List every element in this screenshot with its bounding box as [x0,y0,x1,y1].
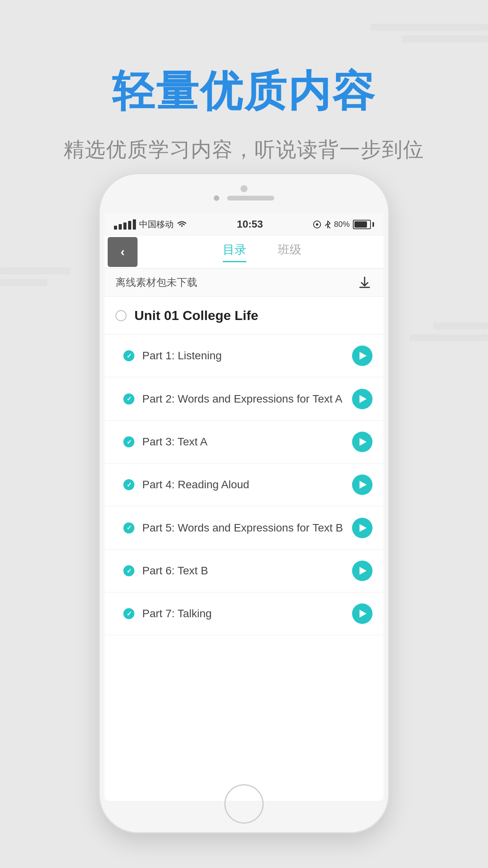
phone-camera [240,185,248,192]
status-bar: 中国移动 10:53 [105,213,383,235]
play-icon [360,524,367,532]
unit-header: Unit 01 College Life [105,297,383,335]
part-item[interactable]: ✓ Part 2: Words and Expressions for Text… [105,377,383,421]
part-name: Part 5: Words and Expressions for Text B [142,520,344,535]
tab-catalog[interactable]: 目录 [223,242,246,262]
unit-title: Unit 01 College Life [134,308,259,323]
phone-screen: 中国移动 10:53 [105,213,383,801]
checkmark: ✓ [127,438,132,446]
unit-circle-icon [116,310,127,321]
checkmark: ✓ [127,524,132,531]
part-item[interactable]: ✓ Part 5: Words and Expressions for Text… [105,506,383,550]
back-button[interactable]: ‹ [108,237,138,267]
check-icon: ✓ [123,522,134,533]
nav-bar: ‹ 目录 班级 [105,235,383,268]
download-bar: 离线素材包未下载 [105,268,383,297]
part-name: Part 1: Listening [142,348,344,363]
checkmark: ✓ [127,481,132,489]
carrier-name: 中国移动 [139,219,174,230]
part-name: Part 2: Words and Expressions for Text A [142,391,344,406]
part-name: Part 3: Text A [142,434,344,449]
part-name: Part 6: Text B [142,563,344,578]
checkmark: ✓ [127,352,132,360]
signal-icon [114,219,136,230]
check-icon: ✓ [123,479,134,490]
play-icon [360,438,367,446]
play-button[interactable] [352,474,372,495]
checkmark: ✓ [127,395,132,403]
play-icon [360,610,367,618]
play-button[interactable] [352,603,372,624]
check-icon: ✓ [123,350,134,361]
checkmark: ✓ [127,567,132,575]
main-title: 轻量优质内容 [0,63,488,120]
play-icon [360,395,367,403]
back-arrow-icon: ‹ [121,245,125,259]
part-item[interactable]: ✓ Part 3: Text A [105,421,383,463]
play-button[interactable] [352,346,372,366]
part-item[interactable]: ✓ Part 6: Text B [105,550,383,592]
play-icon [360,567,367,575]
home-button[interactable] [224,784,264,824]
check-icon: ✓ [123,394,134,405]
bluetooth-icon [325,220,331,229]
phone-top-bar [214,185,274,201]
check-icon: ✓ [123,436,134,447]
svg-point-1 [316,223,318,226]
part-name: Part 7: Talking [142,606,344,621]
phone-speaker [227,196,274,200]
battery-percent: 80% [334,220,350,229]
part-item[interactable]: ✓ Part 1: Listening [105,335,383,377]
part-item[interactable]: ✓ Part 7: Talking [105,592,383,635]
play-button[interactable] [352,561,372,581]
tab-class[interactable]: 班级 [278,242,301,262]
play-button[interactable] [352,518,372,538]
nav-tabs: 目录 班级 [141,242,383,262]
play-icon [360,352,367,360]
play-icon [360,481,367,489]
status-left: 中国移动 [114,219,187,230]
gps-icon [313,220,321,229]
download-text: 离线素材包未下载 [116,276,197,289]
phone-dot [214,195,219,201]
phone-mockup: 中国移动 10:53 [99,173,389,833]
wifi-icon [177,221,187,228]
content-list: Unit 01 College Life ✓ Part 1: Listening… [105,297,383,635]
download-icon[interactable] [357,275,372,291]
phone-shell: 中国移动 10:53 [99,173,389,833]
battery-icon [353,220,374,229]
part-name: Part 4: Reading Aloud [142,477,344,492]
part-item[interactable]: ✓ Part 4: Reading Aloud [105,463,383,506]
play-button[interactable] [352,389,372,409]
status-right: 80% [313,220,374,229]
sub-title: 精选优质学习内容，听说读背一步到位 [0,136,488,164]
play-button[interactable] [352,432,372,452]
check-icon: ✓ [123,565,134,576]
check-icon: ✓ [123,608,134,619]
status-time: 10:53 [237,218,263,230]
checkmark: ✓ [127,610,132,618]
